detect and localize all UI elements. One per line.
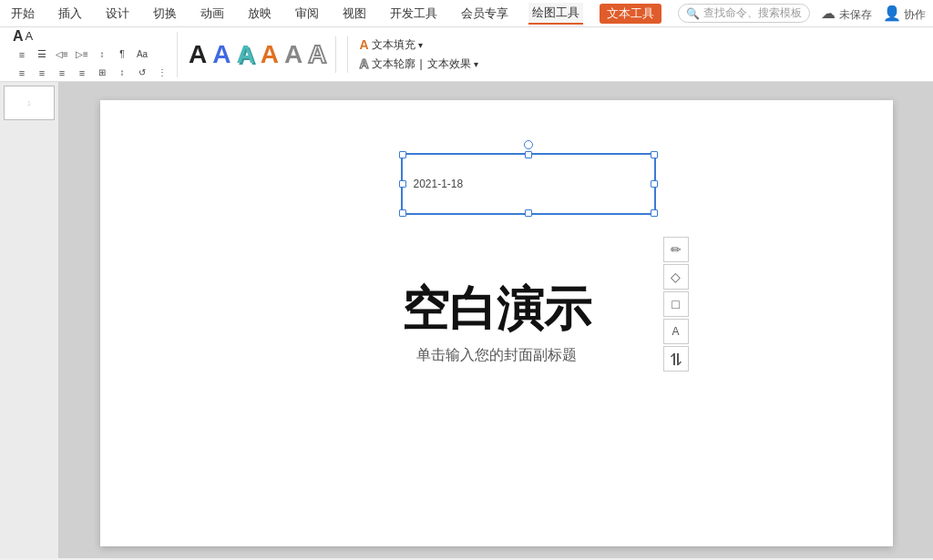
menu-view[interactable]: 视图	[339, 4, 370, 24]
menu-animation[interactable]: 动画	[197, 4, 228, 24]
list-btn-2[interactable]: ☰	[33, 46, 51, 63]
canvas-area[interactable]: 2021-1-18 ✏ ◇ □ A ⇌ 空白演示 单击输入您的封面副标题	[59, 82, 933, 558]
font-increase-btn[interactable]: A	[13, 28, 24, 45]
font-size-row: A A ≡ ☰ ◁≡ ▷≡ ↕ ¶ Aa ≡ ≡ ≡ ≡ ⊞ ↕ ↺ ⋮	[13, 28, 171, 81]
float-box-btn[interactable]: □	[663, 291, 689, 317]
smart-art-btn[interactable]: ⋮	[153, 65, 171, 81]
menu-bar: 开始 插入 设计 切换 动画 放映 审阅 视图 开发工具 会员专享 绘图工具 文…	[0, 0, 933, 27]
align-right-btn[interactable]: ≡	[53, 65, 71, 81]
text-fill-label: 文本填充	[372, 37, 415, 53]
text-outline-separator: |	[420, 57, 423, 70]
rotate-handle[interactable]	[524, 140, 533, 149]
menu-insert[interactable]: 插入	[55, 4, 86, 24]
text-fill-row: A 文本填充 ▾	[359, 37, 477, 53]
slide-thumb-1[interactable]: 1	[4, 86, 55, 120]
float-toolbar: ✏ ◇ □ A ⇌	[663, 237, 689, 372]
text-dir-btn-2[interactable]: ↺	[133, 65, 151, 81]
float-shape-btn[interactable]: ◇	[663, 264, 689, 290]
align-center-btn[interactable]: ≡	[33, 65, 51, 81]
indent-increase-btn[interactable]: ▷≡	[73, 46, 91, 63]
toolbar: A A ≡ ☰ ◁≡ ▷≡ ↕ ¶ Aa ≡ ≡ ≡ ≡ ⊞ ↕ ↺ ⋮	[0, 27, 933, 82]
align-justify-btn[interactable]: ≡	[73, 65, 91, 81]
text-outline-icon: A	[359, 56, 368, 71]
slide-panel: 1	[0, 82, 59, 558]
text-outline-label: 文本轮廓	[372, 56, 415, 72]
text-fill-icon: A	[359, 37, 368, 52]
font-decrease-btn[interactable]: A	[26, 29, 34, 43]
float-more-btn[interactable]: ⇌	[663, 346, 689, 372]
search-placeholder: 查找命令、搜索模板	[703, 5, 802, 21]
text-effect-label: 文本效果	[427, 56, 471, 72]
text-box-content: 2021-1-18	[403, 155, 654, 213]
menu-design[interactable]: 设计	[102, 4, 133, 24]
subtitle[interactable]: 单击输入您的封面副标题	[416, 346, 577, 365]
collaborate-btn[interactable]: 👤 协作	[883, 5, 926, 23]
selected-text-box[interactable]: 2021-1-18 ✏ ◇ □ A ⇌	[401, 153, 656, 215]
large-a-section: A A A A A A	[181, 36, 348, 73]
toolbar-separator	[335, 36, 336, 73]
menu-devtools[interactable]: 开发工具	[386, 4, 441, 24]
main-area: 1 2021-1-18	[0, 82, 933, 558]
menu-member[interactable]: 会员专享	[457, 4, 512, 24]
paragraph-btn[interactable]: ¶	[113, 46, 131, 63]
search-icon: 🔍	[686, 7, 700, 20]
main-title[interactable]: 空白演示	[402, 278, 591, 341]
column-btn[interactable]: ⊞	[93, 65, 111, 81]
align-left-btn[interactable]: ≡	[13, 65, 31, 81]
style-a-outline[interactable]: A	[308, 42, 326, 67]
style-a-blue[interactable]: A	[212, 42, 231, 67]
align-icon-row: ≡ ≡ ≡ ≡ ⊞ ↕ ↺ ⋮	[13, 65, 171, 81]
font-size-section: A A ≡ ☰ ◁≡ ▷≡ ↕ ¶ Aa ≡ ≡ ≡ ≡ ⊞ ↕ ↺ ⋮	[7, 32, 178, 77]
text-tools-section: A 文本填充 ▾ A 文本轮廓 | 文本效果 ▾	[352, 37, 485, 72]
font-size-controls: A A	[13, 28, 171, 45]
float-pen-btn[interactable]: ✏	[663, 237, 689, 262]
unsaved-status: ☁ 未保存	[821, 5, 871, 23]
menu-draw-tools[interactable]: 绘图工具	[528, 3, 583, 25]
style-a-gray[interactable]: A	[284, 42, 302, 67]
menu-start[interactable]: 开始	[7, 4, 38, 24]
case-btn[interactable]: Aa	[133, 46, 151, 63]
indent-decrease-btn[interactable]: ◁≡	[53, 46, 71, 63]
text-outline-row: A 文本轮廓 | 文本效果 ▾	[359, 56, 477, 72]
list-btn-1[interactable]: ≡	[13, 46, 31, 63]
list-icon-row: ≡ ☰ ◁≡ ▷≡ ↕ ¶ Aa	[13, 46, 171, 63]
float-text-btn[interactable]: A	[663, 319, 689, 344]
text-dir-btn-1[interactable]: ↕	[113, 65, 131, 81]
style-a-black[interactable]: A	[189, 42, 207, 67]
text-outline-btn[interactable]: A 文本轮廓 | 文本效果 ▾	[359, 56, 477, 72]
text-effect-chevron[interactable]: ▾	[474, 59, 478, 69]
menu-slideshow[interactable]: 放映	[244, 4, 275, 24]
line-spacing-btn[interactable]: ↕	[93, 46, 111, 63]
menu-review[interactable]: 审阅	[292, 4, 323, 24]
text-fill-btn[interactable]: A 文本填充 ▾	[359, 37, 422, 53]
slide-canvas[interactable]: 2021-1-18 ✏ ◇ □ A ⇌ 空白演示 单击输入您的封面副标题	[100, 100, 893, 546]
style-a-teal[interactable]: A	[236, 42, 254, 67]
menu-search-area: 🔍 查找命令、搜索模板 ☁ 未保存 👤 协作	[678, 4, 926, 23]
menu-text-tools[interactable]: 文本工具	[600, 4, 661, 24]
search-box[interactable]: 🔍 查找命令、搜索模板	[678, 4, 810, 23]
menu-transition[interactable]: 切换	[149, 4, 180, 24]
text-fill-chevron[interactable]: ▾	[418, 40, 423, 50]
date-text: 2021-1-18	[414, 178, 464, 190]
style-a-orange[interactable]: A	[261, 42, 279, 67]
